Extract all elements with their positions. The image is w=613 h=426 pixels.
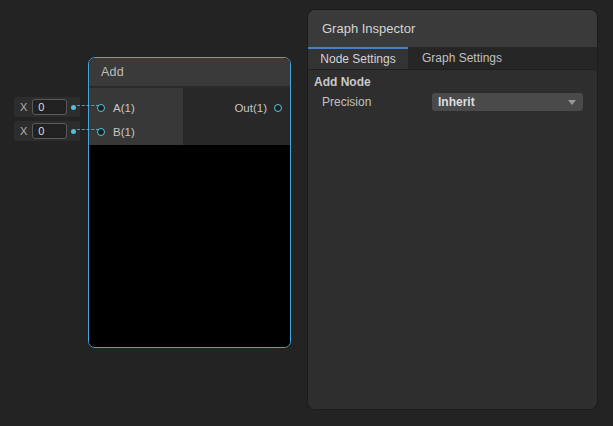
port-out-connector-icon[interactable] xyxy=(274,104,282,112)
node-title[interactable]: Add xyxy=(89,58,290,86)
precision-field-row: Precision Inherit xyxy=(308,93,597,111)
edge-a-dashed-line xyxy=(77,105,99,106)
tab-graph-settings[interactable]: Graph Settings xyxy=(408,47,516,69)
port-out-label: Out(1) xyxy=(234,102,267,114)
default-input-b: X xyxy=(14,121,80,141)
tab-node-settings[interactable]: Node Settings xyxy=(308,47,408,69)
x-label: X xyxy=(20,125,27,137)
node-output-ports: Out(1) xyxy=(183,88,290,145)
default-input-a: X xyxy=(14,97,80,117)
input-port-b: B(1) xyxy=(89,120,183,144)
inspector-content: Add Node Precision Inherit xyxy=(308,75,597,111)
node-preview xyxy=(89,145,290,348)
precision-dropdown-value: Inherit xyxy=(432,95,475,109)
section-title: Add Node xyxy=(314,75,597,89)
port-a-label: A(1) xyxy=(113,102,135,114)
graph-inspector-panel: Graph Inspector Node Settings Graph Sett… xyxy=(308,10,597,409)
x-label: X xyxy=(20,101,27,113)
edge-start-dot-icon xyxy=(71,129,76,134)
value-b-field[interactable] xyxy=(32,123,67,139)
chevron-down-icon xyxy=(568,100,576,105)
output-port-out: Out(1) xyxy=(183,96,290,120)
value-a-field[interactable] xyxy=(32,99,67,115)
node-port-area: A(1) B(1) Out(1) xyxy=(89,88,290,145)
node-input-ports: A(1) B(1) xyxy=(89,88,183,145)
inspector-title[interactable]: Graph Inspector xyxy=(308,10,597,47)
edge-b-dashed-line xyxy=(77,129,99,130)
edge-start-dot-icon xyxy=(71,105,76,110)
precision-dropdown[interactable]: Inherit xyxy=(432,93,583,111)
add-node[interactable]: Add A(1) B(1) Out(1) xyxy=(88,57,291,348)
port-b-label: B(1) xyxy=(113,126,135,138)
input-port-a: A(1) xyxy=(89,96,183,120)
inspector-tab-strip: Node Settings Graph Settings xyxy=(308,47,597,70)
precision-label: Precision xyxy=(322,95,432,109)
